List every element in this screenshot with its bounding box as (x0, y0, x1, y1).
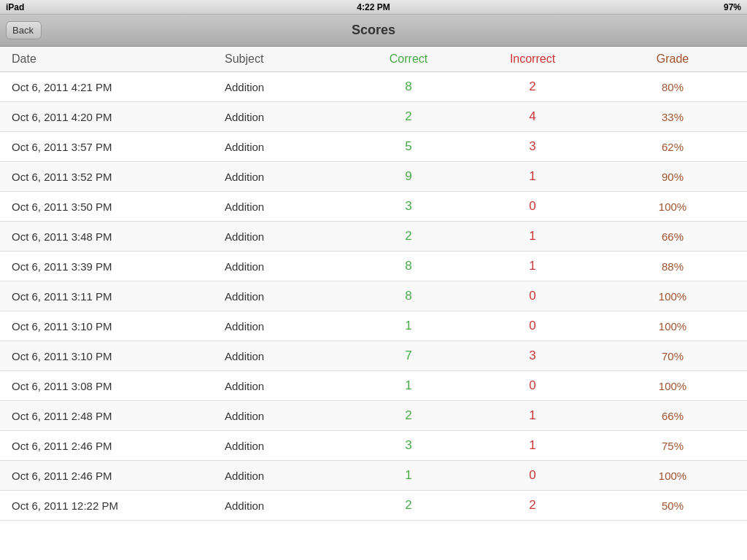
nav-title: Scores (352, 23, 395, 38)
cell-correct: 8 (350, 79, 467, 94)
cell-subject: Addition (219, 499, 350, 512)
cell-grade: 70% (598, 350, 747, 362)
cell-correct: 8 (350, 289, 467, 303)
table-row: Oct 6, 2011 4:21 PM Addition 8 2 80% (0, 72, 747, 102)
cell-grade: 100% (598, 201, 747, 213)
cell-incorrect: 2 (467, 79, 598, 94)
cell-incorrect: 1 (467, 408, 598, 423)
table-row: Oct 6, 2011 2:46 PM Addition 1 0 100% (0, 461, 747, 491)
cell-incorrect: 0 (467, 199, 598, 214)
header-correct: Correct (350, 52, 467, 66)
cell-grade: 100% (598, 320, 747, 332)
table-row: Oct 6, 2011 2:48 PM Addition 2 1 66% (0, 401, 747, 431)
cell-correct: 1 (350, 468, 467, 483)
cell-subject: Addition (219, 350, 350, 362)
cell-subject: Addition (219, 440, 350, 452)
cell-grade: 50% (598, 499, 747, 512)
cell-correct: 3 (350, 199, 467, 214)
header-grade: Grade (598, 52, 747, 66)
cell-incorrect: 1 (467, 259, 598, 273)
cell-incorrect: 3 (467, 139, 598, 154)
cell-incorrect: 1 (467, 169, 598, 184)
cell-date: Oct 6, 2011 3:10 PM (0, 350, 219, 362)
cell-correct: 9 (350, 169, 467, 184)
cell-date: Oct 6, 2011 3:48 PM (0, 230, 219, 243)
cell-incorrect: 2 (467, 498, 598, 513)
cell-correct: 2 (350, 229, 467, 244)
table-row: Oct 6, 2011 3:08 PM Addition 1 0 100% (0, 371, 747, 401)
cell-subject: Addition (219, 141, 350, 153)
cell-incorrect: 1 (467, 438, 598, 453)
cell-grade: 75% (598, 440, 747, 452)
table-row: Oct 6, 2011 4:20 PM Addition 2 4 33% (0, 102, 747, 132)
table-row: Oct 6, 2011 3:57 PM Addition 5 3 62% (0, 132, 747, 162)
table-row: Oct 6, 2011 3:52 PM Addition 9 1 90% (0, 162, 747, 192)
cell-date: Oct 6, 2011 3:52 PM (0, 171, 219, 183)
header-date: Date (0, 52, 219, 66)
table-header: Date Subject Correct Incorrect Grade (0, 47, 747, 72)
cell-date: Oct 6, 2011 3:10 PM (0, 320, 219, 332)
cell-date: Oct 6, 2011 12:22 PM (0, 499, 219, 512)
cell-date: Oct 6, 2011 2:46 PM (0, 440, 219, 452)
table-body: Oct 6, 2011 4:21 PM Addition 8 2 80% Oct… (0, 72, 747, 521)
cell-correct: 5 (350, 139, 467, 154)
cell-correct: 2 (350, 498, 467, 513)
cell-correct: 1 (350, 319, 467, 333)
table-row: Oct 6, 2011 3:11 PM Addition 8 0 100% (0, 281, 747, 311)
cell-subject: Addition (219, 320, 350, 332)
cell-grade: 66% (598, 410, 747, 422)
cell-grade: 88% (598, 260, 747, 273)
cell-date: Oct 6, 2011 3:39 PM (0, 260, 219, 273)
cell-grade: 100% (598, 380, 747, 392)
cell-incorrect: 4 (467, 109, 598, 124)
cell-date: Oct 6, 2011 3:08 PM (0, 380, 219, 392)
table-row: Oct 6, 2011 3:10 PM Addition 1 0 100% (0, 311, 747, 341)
cell-date: Oct 6, 2011 4:20 PM (0, 111, 219, 123)
cell-incorrect: 0 (467, 468, 598, 483)
table-row: Oct 6, 2011 12:22 PM Addition 2 2 50% (0, 491, 747, 521)
cell-grade: 100% (598, 290, 747, 303)
cell-correct: 1 (350, 378, 467, 393)
cell-subject: Addition (219, 230, 350, 243)
time-label: 4:22 PM (357, 2, 390, 12)
cell-grade: 66% (598, 230, 747, 243)
cell-correct: 8 (350, 259, 467, 273)
cell-correct: 2 (350, 408, 467, 423)
cell-grade: 33% (598, 111, 747, 123)
nav-bar: Back Scores (0, 15, 747, 47)
cell-grade: 100% (598, 470, 747, 482)
cell-subject: Addition (219, 201, 350, 213)
table-row: Oct 6, 2011 3:50 PM Addition 3 0 100% (0, 192, 747, 222)
cell-incorrect: 1 (467, 229, 598, 244)
status-bar: iPad 4:22 PM 97% (0, 0, 747, 15)
header-subject: Subject (219, 52, 350, 66)
back-button[interactable]: Back (6, 21, 42, 39)
cell-grade: 90% (598, 171, 747, 183)
cell-grade: 80% (598, 81, 747, 93)
battery-label: 97% (724, 2, 741, 12)
cell-grade: 62% (598, 141, 747, 153)
cell-incorrect: 0 (467, 289, 598, 303)
cell-date: Oct 6, 2011 2:46 PM (0, 470, 219, 482)
cell-correct: 3 (350, 438, 467, 453)
table-row: Oct 6, 2011 3:48 PM Addition 2 1 66% (0, 222, 747, 252)
cell-incorrect: 3 (467, 349, 598, 363)
cell-correct: 2 (350, 109, 467, 124)
cell-subject: Addition (219, 260, 350, 273)
cell-date: Oct 6, 2011 3:11 PM (0, 290, 219, 303)
carrier-label: iPad (6, 2, 24, 12)
battery-area: 97% (724, 2, 741, 12)
cell-incorrect: 0 (467, 378, 598, 393)
cell-date: Oct 6, 2011 3:57 PM (0, 141, 219, 153)
table-row: Oct 6, 2011 3:10 PM Addition 7 3 70% (0, 341, 747, 371)
cell-subject: Addition (219, 171, 350, 183)
cell-subject: Addition (219, 470, 350, 482)
cell-subject: Addition (219, 81, 350, 93)
cell-incorrect: 0 (467, 319, 598, 333)
table-row: Oct 6, 2011 2:46 PM Addition 3 1 75% (0, 431, 747, 461)
cell-correct: 7 (350, 349, 467, 363)
cell-date: Oct 6, 2011 3:50 PM (0, 201, 219, 213)
cell-subject: Addition (219, 111, 350, 123)
cell-date: Oct 6, 2011 4:21 PM (0, 81, 219, 93)
cell-date: Oct 6, 2011 2:48 PM (0, 410, 219, 422)
